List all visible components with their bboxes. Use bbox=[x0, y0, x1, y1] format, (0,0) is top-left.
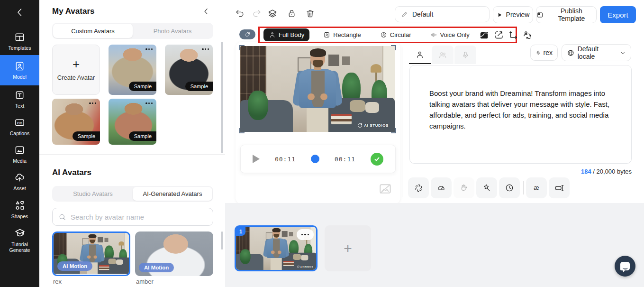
watermark: AI STUDIOS bbox=[358, 123, 389, 128]
lock-icon bbox=[287, 9, 297, 19]
custom-avatar-sample-2[interactable]: Sample bbox=[165, 45, 213, 95]
scene-tag-button[interactable] bbox=[239, 29, 255, 39]
insert-field-button[interactable] bbox=[549, 177, 570, 198]
shapes-icon bbox=[14, 200, 26, 211]
sidebar-item-media[interactable]: Media bbox=[0, 140, 39, 168]
gesture-button[interactable] bbox=[454, 177, 474, 198]
expand-fullscreen-button[interactable] bbox=[494, 28, 504, 42]
script-text-input[interactable]: Boost your brand with Dreamina! Transfor… bbox=[410, 65, 631, 131]
resize-handle[interactable] bbox=[391, 128, 396, 133]
pencil-icon bbox=[401, 10, 408, 18]
delete-button[interactable] bbox=[305, 9, 315, 19]
resize-handle[interactable] bbox=[391, 45, 396, 50]
sidebar-item-model[interactable]: Model bbox=[0, 55, 39, 85]
export-button[interactable]: Export bbox=[600, 6, 636, 23]
avatar-video-preview[interactable]: AI STUDIOS bbox=[240, 46, 395, 132]
avatar-search bbox=[52, 208, 213, 226]
sidebar-item-captions[interactable]: CC Captions bbox=[0, 113, 39, 140]
watermark: AI STUDIOS bbox=[297, 266, 313, 268]
char-limit: / 20,000 bytes bbox=[591, 168, 632, 175]
star-wand-icon bbox=[482, 183, 491, 193]
axis-arrows-icon bbox=[508, 30, 518, 40]
panel-divider bbox=[402, 46, 402, 197]
scene-number-badge: 1 bbox=[236, 227, 245, 236]
ai-studios-logo-icon bbox=[358, 123, 362, 128]
more-options-icon[interactable] bbox=[89, 102, 96, 104]
tab-custom-avatars[interactable]: Custom Avatars bbox=[53, 24, 133, 38]
remove-background-button[interactable] bbox=[479, 28, 490, 42]
preview-button[interactable]: Preview bbox=[493, 6, 533, 23]
collapse-panel-button[interactable] bbox=[201, 7, 211, 16]
play-button[interactable] bbox=[253, 155, 260, 163]
text-icon bbox=[14, 90, 25, 101]
publish-template-button[interactable]: Publish Template bbox=[536, 6, 597, 23]
mode-voice-only[interactable]: Voice Only bbox=[425, 28, 475, 41]
editor-main: Default Preview Publish Template Export … bbox=[225, 0, 644, 287]
tab-voice[interactable] bbox=[454, 46, 476, 64]
total-time: 00:11 bbox=[335, 156, 355, 163]
lock-button[interactable] bbox=[287, 9, 297, 19]
locale-dropdown[interactable]: Default locale bbox=[562, 44, 631, 61]
pronunciation-button[interactable]: æ bbox=[526, 177, 547, 198]
custom-avatar-sample-4[interactable]: Sample bbox=[109, 99, 156, 145]
effects-button[interactable] bbox=[476, 177, 497, 198]
chevron-left-icon bbox=[14, 7, 26, 18]
sidebar-item-templates[interactable]: Templates bbox=[0, 28, 39, 55]
tab-multi-avatar[interactable] bbox=[432, 46, 454, 64]
microphone-icon bbox=[535, 49, 541, 56]
redo-button[interactable] bbox=[252, 9, 262, 19]
avatar-search-input[interactable] bbox=[71, 213, 207, 221]
tab-studio-avatars[interactable]: Studio Avatars bbox=[53, 187, 133, 201]
tab-photo-avatars[interactable]: Photo Avatars bbox=[133, 24, 212, 38]
progress-dot[interactable] bbox=[311, 155, 319, 163]
layers-button[interactable] bbox=[267, 9, 278, 19]
sidebar-item-tutorial-generate[interactable]: Tutorial Generate bbox=[0, 223, 39, 257]
move-position-button[interactable] bbox=[508, 28, 518, 42]
scene-more-options[interactable] bbox=[297, 229, 314, 240]
hide-background-button[interactable] bbox=[378, 181, 393, 196]
expand-arrow-icon bbox=[494, 30, 504, 40]
mode-rectangle[interactable]: Rectangle bbox=[318, 28, 366, 41]
tab-ai-generated-avatars[interactable]: AI-Generated Avatars bbox=[133, 187, 212, 201]
pause-duration-button[interactable] bbox=[499, 177, 520, 198]
resize-handle[interactable] bbox=[239, 45, 245, 50]
list-scrollbar[interactable] bbox=[221, 231, 223, 250]
scene-1-thumbnail[interactable]: 1 bbox=[235, 225, 317, 271]
ai-motion-badge: AI Motion bbox=[57, 261, 92, 271]
custom-avatar-sample-3[interactable]: Sample bbox=[52, 99, 100, 145]
ai-avatar-rex[interactable]: AI STUDIOS AI Motion bbox=[52, 231, 130, 276]
templates-icon bbox=[14, 32, 25, 43]
sidebar-item-shapes[interactable]: Shapes bbox=[0, 195, 39, 223]
speed-button[interactable] bbox=[431, 177, 452, 198]
speed-gauge-icon bbox=[436, 183, 446, 193]
ai-script-button[interactable] bbox=[408, 177, 429, 198]
swap-avatar-button[interactable] bbox=[522, 28, 532, 42]
ai-avatar-amber[interactable]: AI Motion bbox=[135, 231, 213, 276]
voice-select-button[interactable]: rex bbox=[530, 45, 558, 61]
mode-full-body[interactable]: Full Body bbox=[263, 28, 309, 41]
chat-bubble-icon bbox=[620, 262, 630, 270]
more-options-icon[interactable] bbox=[145, 48, 153, 50]
confirm-button[interactable] bbox=[371, 153, 383, 166]
svg-text:æ: æ bbox=[534, 184, 539, 191]
circular-avatar-icon bbox=[380, 31, 387, 38]
script-box: Boost your brand with Dreamina! Transfor… bbox=[409, 65, 632, 164]
variable-field-icon bbox=[554, 183, 564, 193]
back-button[interactable] bbox=[14, 7, 26, 18]
resize-handle[interactable] bbox=[239, 128, 245, 133]
sidebar-item-asset[interactable]: Asset bbox=[0, 168, 39, 195]
undo-button[interactable] bbox=[235, 9, 245, 19]
add-scene-button[interactable]: + bbox=[325, 225, 371, 271]
sidebar-item-text[interactable]: Text bbox=[0, 85, 39, 113]
support-chat-button[interactable] bbox=[615, 256, 635, 277]
mode-circular[interactable]: Circular bbox=[375, 28, 417, 41]
tab-single-avatar[interactable] bbox=[409, 46, 431, 64]
more-options-icon[interactable] bbox=[145, 102, 153, 104]
custom-avatar-sample-1[interactable]: Sample bbox=[109, 45, 156, 95]
create-avatar-button[interactable]: + Create Avatar bbox=[52, 45, 100, 95]
panel-scrollbar[interactable] bbox=[221, 42, 223, 153]
image-slash-icon bbox=[378, 181, 393, 196]
more-options-icon[interactable] bbox=[202, 48, 209, 50]
chevron-down-icon bbox=[620, 50, 626, 56]
template-name-field[interactable]: Default bbox=[395, 6, 490, 22]
